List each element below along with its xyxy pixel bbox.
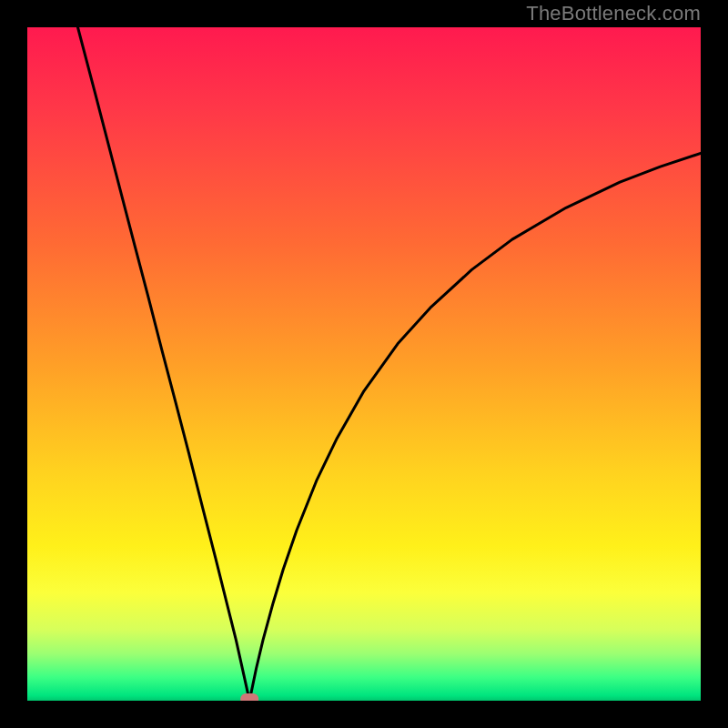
minimum-marker-dot [240,693,258,701]
chart-container: TheBottleneck.com [0,0,728,728]
chart-svg [27,27,701,701]
minimum-marker [240,693,258,701]
gradient-background [27,27,701,701]
watermark-text: TheBottleneck.com [526,2,701,25]
plot-area [27,27,701,701]
